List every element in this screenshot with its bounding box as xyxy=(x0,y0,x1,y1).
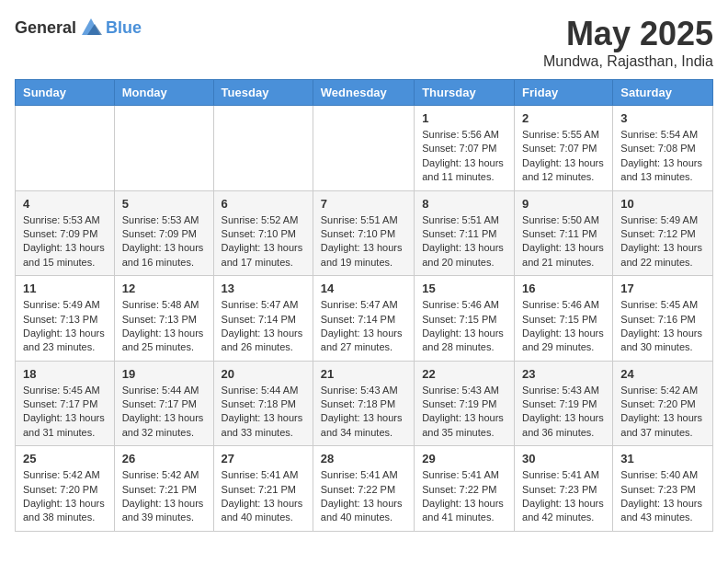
day-number: 28 xyxy=(321,452,406,465)
day-number: 7 xyxy=(321,197,406,211)
day-content: Sunrise: 5:47 AMSunset: 7:14 PMDaylight:… xyxy=(321,298,406,355)
calendar-cell: 17Sunrise: 5:45 AMSunset: 7:16 PMDayligh… xyxy=(613,276,713,362)
day-number: 31 xyxy=(620,452,705,465)
day-content: Sunrise: 5:41 AMSunset: 7:23 PMDaylight:… xyxy=(522,468,605,525)
calendar-cell xyxy=(16,106,115,191)
day-content: Sunrise: 5:50 AMSunset: 7:11 PMDaylight:… xyxy=(522,213,605,270)
weekday-header-saturday: Saturday xyxy=(613,80,713,106)
logo-text-blue: Blue xyxy=(106,18,142,38)
day-content: Sunrise: 5:41 AMSunset: 7:22 PMDaylight:… xyxy=(321,468,406,525)
week-row-5: 25Sunrise: 5:42 AMSunset: 7:20 PMDayligh… xyxy=(16,446,713,532)
day-content: Sunrise: 5:52 AMSunset: 7:10 PMDaylight:… xyxy=(222,213,305,270)
calendar-cell: 6Sunrise: 5:52 AMSunset: 7:10 PMDaylight… xyxy=(213,190,313,276)
day-number: 30 xyxy=(522,452,605,465)
day-content: Sunrise: 5:49 AMSunset: 7:13 PMDaylight:… xyxy=(23,298,107,355)
day-content: Sunrise: 5:43 AMSunset: 7:19 PMDaylight:… xyxy=(422,384,506,441)
calendar-cell: 20Sunrise: 5:44 AMSunset: 7:18 PMDayligh… xyxy=(213,361,313,446)
day-number: 14 xyxy=(321,282,406,295)
day-number: 22 xyxy=(422,367,506,381)
location-title: Mundwa, Rajasthan, India xyxy=(543,53,713,70)
week-row-4: 18Sunrise: 5:45 AMSunset: 7:17 PMDayligh… xyxy=(16,361,713,446)
calendar-cell: 26Sunrise: 5:42 AMSunset: 7:21 PMDayligh… xyxy=(114,446,213,532)
day-number: 1 xyxy=(422,111,506,125)
day-content: Sunrise: 5:42 AMSunset: 7:21 PMDaylight:… xyxy=(122,468,206,525)
calendar-cell: 12Sunrise: 5:48 AMSunset: 7:13 PMDayligh… xyxy=(114,276,213,362)
calendar-cell: 29Sunrise: 5:41 AMSunset: 7:22 PMDayligh… xyxy=(415,446,515,532)
day-number: 19 xyxy=(122,367,206,381)
calendar-cell xyxy=(114,106,213,191)
logo-text-general: General xyxy=(15,18,76,38)
day-content: Sunrise: 5:41 AMSunset: 7:22 PMDaylight:… xyxy=(422,468,506,525)
day-number: 9 xyxy=(522,197,605,211)
calendar-cell: 15Sunrise: 5:46 AMSunset: 7:15 PMDayligh… xyxy=(415,276,515,362)
weekday-header-row: SundayMondayTuesdayWednesdayThursdayFrid… xyxy=(16,80,713,106)
day-content: Sunrise: 5:40 AMSunset: 7:23 PMDaylight:… xyxy=(620,468,705,525)
weekday-header-sunday: Sunday xyxy=(16,80,115,106)
calendar-cell: 5Sunrise: 5:53 AMSunset: 7:09 PMDaylight… xyxy=(114,190,213,276)
day-number: 11 xyxy=(23,282,107,295)
day-number: 6 xyxy=(222,197,305,211)
calendar-cell: 19Sunrise: 5:44 AMSunset: 7:17 PMDayligh… xyxy=(114,361,213,446)
logo-icon xyxy=(78,15,104,40)
day-number: 29 xyxy=(422,452,506,465)
page-header: General Blue May 2025 Mundwa, Rajasthan,… xyxy=(15,15,713,70)
weekday-header-tuesday: Tuesday xyxy=(213,80,313,106)
day-content: Sunrise: 5:41 AMSunset: 7:21 PMDaylight:… xyxy=(222,468,305,525)
day-number: 13 xyxy=(222,282,305,295)
day-number: 20 xyxy=(222,367,305,381)
day-number: 5 xyxy=(122,197,206,211)
day-content: Sunrise: 5:51 AMSunset: 7:11 PMDaylight:… xyxy=(422,213,506,270)
calendar-cell: 4Sunrise: 5:53 AMSunset: 7:09 PMDaylight… xyxy=(16,190,115,276)
calendar-table: SundayMondayTuesdayWednesdayThursdayFrid… xyxy=(15,79,713,532)
calendar-cell: 18Sunrise: 5:45 AMSunset: 7:17 PMDayligh… xyxy=(16,361,115,446)
calendar-cell: 8Sunrise: 5:51 AMSunset: 7:11 PMDaylight… xyxy=(415,190,515,276)
day-number: 26 xyxy=(122,452,206,465)
calendar-cell: 16Sunrise: 5:46 AMSunset: 7:15 PMDayligh… xyxy=(515,276,613,362)
calendar-cell: 11Sunrise: 5:49 AMSunset: 7:13 PMDayligh… xyxy=(16,276,115,362)
day-content: Sunrise: 5:53 AMSunset: 7:09 PMDaylight:… xyxy=(122,213,206,270)
calendar-cell: 30Sunrise: 5:41 AMSunset: 7:23 PMDayligh… xyxy=(515,446,613,532)
calendar-cell: 27Sunrise: 5:41 AMSunset: 7:21 PMDayligh… xyxy=(213,446,313,532)
day-content: Sunrise: 5:46 AMSunset: 7:15 PMDaylight:… xyxy=(522,298,605,355)
calendar-cell: 1Sunrise: 5:56 AMSunset: 7:07 PMDaylight… xyxy=(415,106,515,191)
day-number: 23 xyxy=(522,367,605,381)
day-content: Sunrise: 5:56 AMSunset: 7:07 PMDaylight:… xyxy=(422,128,506,185)
day-content: Sunrise: 5:53 AMSunset: 7:09 PMDaylight:… xyxy=(23,213,107,270)
week-row-2: 4Sunrise: 5:53 AMSunset: 7:09 PMDaylight… xyxy=(16,190,713,276)
day-number: 27 xyxy=(222,452,305,465)
day-content: Sunrise: 5:49 AMSunset: 7:12 PMDaylight:… xyxy=(620,213,705,270)
calendar-cell: 13Sunrise: 5:47 AMSunset: 7:14 PMDayligh… xyxy=(213,276,313,362)
calendar-cell: 22Sunrise: 5:43 AMSunset: 7:19 PMDayligh… xyxy=(415,361,515,446)
day-content: Sunrise: 5:48 AMSunset: 7:13 PMDaylight:… xyxy=(122,298,206,355)
calendar-cell: 25Sunrise: 5:42 AMSunset: 7:20 PMDayligh… xyxy=(16,446,115,532)
weekday-header-monday: Monday xyxy=(114,80,213,106)
calendar-cell: 24Sunrise: 5:42 AMSunset: 7:20 PMDayligh… xyxy=(613,361,713,446)
day-number: 8 xyxy=(422,197,506,211)
day-number: 16 xyxy=(522,282,605,295)
logo: General Blue xyxy=(15,15,142,40)
day-number: 21 xyxy=(321,367,406,381)
day-content: Sunrise: 5:51 AMSunset: 7:10 PMDaylight:… xyxy=(321,213,406,270)
calendar-cell: 7Sunrise: 5:51 AMSunset: 7:10 PMDaylight… xyxy=(313,190,414,276)
day-number: 17 xyxy=(620,282,705,295)
day-content: Sunrise: 5:44 AMSunset: 7:17 PMDaylight:… xyxy=(122,384,206,441)
weekday-header-wednesday: Wednesday xyxy=(313,80,414,106)
day-content: Sunrise: 5:46 AMSunset: 7:15 PMDaylight:… xyxy=(422,298,506,355)
day-content: Sunrise: 5:54 AMSunset: 7:08 PMDaylight:… xyxy=(620,128,705,185)
calendar-cell: 2Sunrise: 5:55 AMSunset: 7:07 PMDaylight… xyxy=(515,106,613,191)
weekday-header-thursday: Thursday xyxy=(415,80,515,106)
day-content: Sunrise: 5:45 AMSunset: 7:16 PMDaylight:… xyxy=(620,298,705,355)
day-number: 10 xyxy=(620,197,705,211)
title-block: May 2025 Mundwa, Rajasthan, India xyxy=(543,15,713,70)
day-content: Sunrise: 5:43 AMSunset: 7:18 PMDaylight:… xyxy=(321,384,406,441)
calendar-cell xyxy=(213,106,313,191)
calendar-cell: 10Sunrise: 5:49 AMSunset: 7:12 PMDayligh… xyxy=(613,190,713,276)
day-number: 3 xyxy=(620,111,705,125)
day-number: 12 xyxy=(122,282,206,295)
day-content: Sunrise: 5:45 AMSunset: 7:17 PMDaylight:… xyxy=(23,384,107,441)
calendar-cell xyxy=(313,106,414,191)
calendar-cell: 21Sunrise: 5:43 AMSunset: 7:18 PMDayligh… xyxy=(313,361,414,446)
day-content: Sunrise: 5:47 AMSunset: 7:14 PMDaylight:… xyxy=(222,298,305,355)
day-content: Sunrise: 5:44 AMSunset: 7:18 PMDaylight:… xyxy=(222,384,305,441)
day-number: 2 xyxy=(522,111,605,125)
